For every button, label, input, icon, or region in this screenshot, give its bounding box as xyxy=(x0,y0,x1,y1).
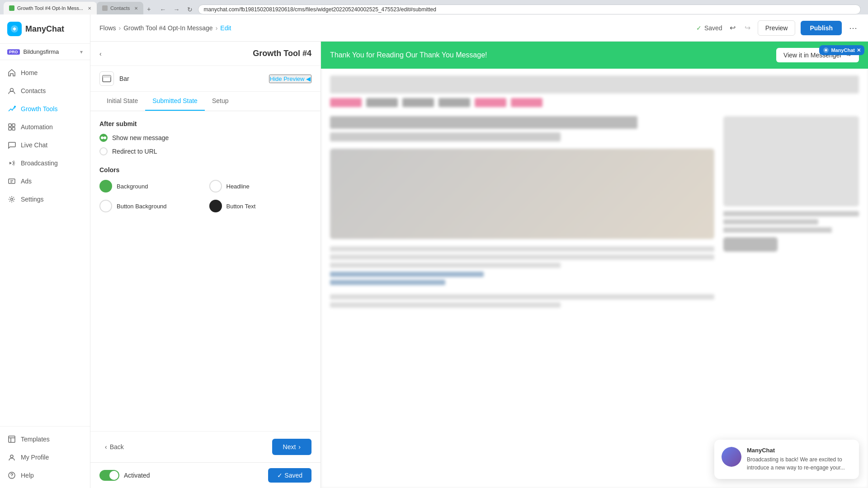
blurred-text-3 xyxy=(330,263,561,268)
nav-label-broadcasting: Broadcasting xyxy=(21,160,58,167)
panel-body: Bar Hide Preview ◀ xyxy=(90,66,321,92)
blurred-text-1 xyxy=(330,246,714,252)
tab-favicon-1 xyxy=(9,5,14,11)
more-options-button[interactable]: ⋯ xyxy=(847,21,859,35)
manychat-watermark: ManyChat ✕ xyxy=(819,45,864,55)
sidebar-item-automation[interactable]: Automation xyxy=(0,118,90,136)
svg-rect-7 xyxy=(9,179,15,183)
sidebar-item-growth-tools[interactable]: Growth Tools xyxy=(0,100,90,118)
chat-message-text: Broadcasting is back! We are excited to … xyxy=(747,455,852,472)
watermark-close-icon[interactable]: ✕ xyxy=(857,47,861,53)
next-arrow-icon: › xyxy=(298,443,301,450)
app-layout: ManyChat PRO Bildungsfirma ▾ Home Contac… xyxy=(0,14,868,488)
blurred-left-col xyxy=(330,116,714,310)
nav-label-my-profile: My Profile xyxy=(21,454,49,461)
chat-avatar-image xyxy=(722,447,741,467)
nav-label-automation: Automation xyxy=(21,123,53,131)
color-label-headline: Headline xyxy=(226,183,250,190)
sidebar-nav: Home Contacts Growth Tools Automation xyxy=(0,60,90,426)
blurred-sidebar-btn xyxy=(723,237,778,252)
saved-button[interactable]: ✓ Saved xyxy=(268,468,311,483)
blurred-nav-item-2 xyxy=(366,98,398,107)
broadcast-icon xyxy=(7,159,16,168)
color-swatch-headline[interactable] xyxy=(209,180,222,192)
chat-avatar xyxy=(722,447,741,467)
workspace-selector[interactable]: PRO Bildungsfirma ▾ xyxy=(0,44,90,60)
blurred-sidebar-text-2 xyxy=(723,219,818,225)
color-label-background: Background xyxy=(117,183,148,190)
color-swatch-button-text[interactable] xyxy=(209,200,222,212)
tab-close-1[interactable]: ✕ xyxy=(88,6,91,11)
publish-button[interactable]: Publish xyxy=(801,21,842,35)
color-label-button-bg: Button Background xyxy=(117,203,167,210)
breadcrumb-tool-name[interactable]: Growth Tool #4 Opt-In Message xyxy=(123,24,212,32)
address-bar[interactable] xyxy=(198,5,861,14)
blurred-text-4 xyxy=(330,272,484,277)
radio-show-message[interactable]: Show new message xyxy=(99,134,311,142)
website-content xyxy=(321,66,868,488)
panel-back-icon[interactable]: ‹ xyxy=(99,50,102,57)
settings-icon xyxy=(7,195,16,204)
workspace-chevron-icon: ▾ xyxy=(80,49,83,55)
tab-submitted-state[interactable]: Submitted State xyxy=(145,92,205,111)
panel-bottom: Activated ✓ Saved xyxy=(90,462,321,488)
undo-button[interactable]: ↩ xyxy=(728,22,737,34)
color-headline: Headline xyxy=(209,180,312,192)
nav-label-contacts: Contacts xyxy=(21,87,46,94)
panel-bar-icon xyxy=(99,71,114,86)
blurred-nav-item-3 xyxy=(402,98,434,107)
radio-redirect-url[interactable]: Redirect to URL xyxy=(99,147,311,155)
blurred-nav xyxy=(330,98,859,107)
back-arrow-icon: ‹ xyxy=(105,443,107,450)
sidebar-item-broadcasting[interactable]: Broadcasting xyxy=(0,154,90,172)
colors-section-title: Colors xyxy=(99,166,311,174)
breadcrumb-flows[interactable]: Flows xyxy=(99,24,116,32)
blurred-nav-item-1 xyxy=(330,98,362,107)
tab-initial-state[interactable]: Initial State xyxy=(99,92,145,111)
blurred-sidebar-text-1 xyxy=(723,211,859,216)
tab-contacts[interactable]: Contacts ✕ xyxy=(97,2,143,14)
sidebar-item-settings[interactable]: Settings xyxy=(0,190,90,208)
sidebar-item-live-chat[interactable]: Live Chat xyxy=(0,136,90,154)
hide-preview-button[interactable]: Hide Preview ◀ xyxy=(269,75,311,83)
sidebar-item-ads[interactable]: Ads xyxy=(0,172,90,190)
svg-rect-3 xyxy=(9,124,11,127)
blurred-text-5 xyxy=(330,280,445,285)
chat-sender-name: ManyChat xyxy=(747,447,852,454)
blurred-sidebar-text-3 xyxy=(723,227,832,233)
next-button[interactable]: Next › xyxy=(272,439,311,455)
blurred-nav-item-5 xyxy=(475,98,506,107)
sidebar-item-contacts[interactable]: Contacts xyxy=(0,82,90,100)
radio-label-redirect-url: Redirect to URL xyxy=(112,148,157,155)
nav-refresh-button[interactable]: ↻ xyxy=(185,5,194,14)
color-button-text: Button Text xyxy=(209,200,312,212)
tab-title-2: Contacts xyxy=(110,5,130,11)
color-swatch-background[interactable] xyxy=(99,180,112,192)
new-tab-button[interactable]: + xyxy=(143,4,154,14)
sidebar-item-help[interactable]: Help xyxy=(0,466,90,484)
bar-message: Thank You for Reading Our Thank You Mess… xyxy=(330,51,487,59)
redo-button[interactable]: ↪ xyxy=(743,22,752,34)
nav-forward-button[interactable]: → xyxy=(172,5,182,14)
profile-icon xyxy=(7,453,16,462)
sidebar-item-my-profile[interactable]: My Profile xyxy=(0,448,90,466)
svg-point-8 xyxy=(11,198,13,201)
color-swatch-button-bg[interactable] xyxy=(99,200,112,212)
sidebar-item-templates[interactable]: Templates xyxy=(0,430,90,448)
contacts-icon xyxy=(7,86,16,95)
radio-circle-show-message xyxy=(99,134,108,142)
nav-label-growth-tools: Growth Tools xyxy=(21,105,57,113)
tab-close-2[interactable]: ✕ xyxy=(134,6,138,11)
sidebar-item-home[interactable]: Home xyxy=(0,64,90,82)
workspace-name: Bildungsfirma xyxy=(24,48,76,55)
bar-overlay: Thank You for Reading Our Thank You Mess… xyxy=(321,42,868,69)
activated-toggle[interactable] xyxy=(99,470,119,481)
back-button[interactable]: ‹ Back xyxy=(99,440,129,454)
svg-point-2 xyxy=(14,106,16,108)
preview-button[interactable]: Preview xyxy=(758,20,796,36)
blurred-nav-item-6 xyxy=(511,98,542,107)
tab-growth-tool[interactable]: Growth Tool #4 Opt-In Mess... ✕ xyxy=(4,2,97,14)
nav-back-button[interactable]: ← xyxy=(158,5,168,14)
tab-setup[interactable]: Setup xyxy=(205,92,236,111)
watermark-text: ManyChat xyxy=(831,47,855,53)
